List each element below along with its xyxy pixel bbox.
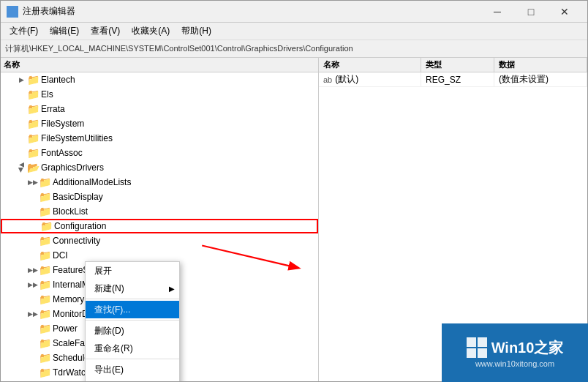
item-label: FontAssoc	[41, 148, 83, 158]
main-window: 注册表编辑器 ─ □ ✕ 文件(F) 编辑(E) 查看(V) 收藏夹(A) 帮助…	[0, 0, 588, 382]
submenu-arrow-icon: ▶	[169, 285, 175, 293]
menu-help[interactable]: 帮助(H)	[176, 23, 217, 39]
svg-rect-0	[8, 7, 12, 11]
col-header-data[interactable]: 数据	[494, 58, 587, 72]
item-label: Connectivity	[53, 236, 100, 246]
folder-icon: 📁	[39, 206, 50, 217]
tree-item-filesystemutilities[interactable]: 📁 FileSystemUtilities	[1, 131, 318, 146]
tree-item-blocklist[interactable]: 📁 BlockList	[1, 204, 318, 219]
toggle-icon: ▶	[27, 176, 39, 188]
tree-item-connectivity[interactable]: 📁 Connectivity	[1, 233, 318, 248]
tree-item-additionalmodelists[interactable]: ▶ 📁 AdditionalModeLists	[1, 175, 318, 190]
item-label: FileSystemUtilities	[41, 133, 113, 143]
menu-bar: 文件(F) 编辑(E) 查看(V) 收藏夹(A) 帮助(H)	[1, 23, 587, 40]
watermark: Win10之家 www.win10xitong.com	[442, 323, 588, 382]
tree-item-graphicsdrivers[interactable]: ▶ 📂 GraphicsDrivers	[1, 160, 318, 175]
item-label: Power	[53, 323, 78, 334]
reg-name: ab (默认)	[319, 72, 421, 86]
folder-icon: 📁	[39, 177, 50, 187]
col-header-type[interactable]: 类型	[421, 58, 494, 72]
tree-item-errata[interactable]: 📁 Errata	[1, 102, 318, 116]
folder-icon: 📁	[27, 133, 39, 143]
menu-view[interactable]: 查看(V)	[85, 23, 126, 39]
minimize-button[interactable]: ─	[480, 1, 514, 23]
tree-item-elantech[interactable]: 📁 Elantech	[1, 72, 318, 87]
ctx-new[interactable]: 新建(N) ▶	[86, 280, 179, 297]
close-button[interactable]: ✕	[548, 1, 581, 23]
tree-item-basicdisplay[interactable]: 📁 BasicDisplay	[1, 190, 318, 204]
tree-pane: 名称 📁 Elantech 📁 Els 📁 Er	[1, 58, 319, 381]
folder-icon: 📁	[27, 75, 39, 85]
address-bar: 计算机\HKEY_LOCAL_MACHINE\SYSTEM\ControlSet…	[1, 40, 587, 58]
ctx-separator3	[86, 359, 179, 359]
folder-icon: 📁	[39, 323, 50, 334]
item-label: Configuration	[54, 221, 106, 231]
folder-icon: 📁	[27, 148, 39, 158]
col-header-name[interactable]: 名称	[319, 58, 421, 72]
folder-icon: 📁	[39, 338, 50, 348]
menu-favorites[interactable]: 收藏夹(A)	[126, 23, 176, 39]
watermark-subtitle: www.win10xitong.com	[475, 359, 554, 368]
item-label: Els	[41, 89, 53, 100]
ctx-rename[interactable]: 重命名(R)	[86, 340, 179, 357]
title-bar: 注册表编辑器 ─ □ ✕	[1, 1, 587, 23]
menu-file[interactable]: 文件(F)	[4, 23, 44, 39]
item-label: GraphicsDrivers	[41, 162, 104, 173]
item-label: DCI	[53, 250, 68, 261]
address-text: 计算机\HKEY_LOCAL_MACHINE\SYSTEM\ControlSet…	[5, 43, 353, 54]
maximize-button[interactable]: □	[514, 1, 548, 23]
context-menu: 展开 新建(N) ▶ 查找(F)... 删除(D) 重命名(R)	[85, 261, 180, 381]
item-label: BasicDisplay	[53, 192, 103, 202]
watermark-title: Win10之家	[467, 337, 564, 358]
svg-rect-1	[13, 7, 17, 11]
window-controls: ─ □ ✕	[480, 1, 581, 23]
reg-value: (数值未设置)	[494, 72, 587, 86]
toggle-icon: ▶	[27, 308, 39, 320]
folder-icon: 📁	[39, 236, 50, 246]
folder-icon: 📁	[39, 265, 50, 275]
folder-icon: 📁	[27, 89, 39, 100]
ctx-separator	[86, 299, 179, 299]
folder-icon: 📁	[40, 221, 52, 231]
item-label: FileSystem	[41, 119, 84, 129]
reg-row[interactable]: ab (默认) REG_SZ (数值未设置)	[319, 72, 587, 87]
folder-icon: 📁	[39, 309, 50, 319]
ctx-separator2	[86, 320, 179, 321]
toggle-icon: ▶	[15, 162, 27, 173]
toggle-icon: ▶	[27, 279, 39, 291]
ctx-permissions[interactable]: 权限(P)...	[86, 378, 179, 381]
ctx-expand[interactable]: 展开	[86, 262, 179, 280]
tree-item-configuration[interactable]: 📁 Configuration	[1, 219, 318, 233]
folder-icon: 📁	[27, 104, 39, 114]
tree-item-els[interactable]: 📁 Els	[1, 87, 318, 102]
folder-icon: 📁	[39, 367, 50, 378]
ctx-find[interactable]: 查找(F)...	[86, 301, 179, 318]
folder-icon: 📁	[39, 353, 50, 363]
toggle-icon: ▶	[27, 264, 39, 276]
tree-item-filesystem[interactable]: 📁 FileSystem	[1, 116, 318, 131]
svg-rect-3	[13, 12, 17, 16]
tree-header: 名称	[1, 58, 318, 72]
folder-icon: 📁	[39, 250, 50, 261]
ctx-delete[interactable]: 删除(D)	[86, 322, 179, 340]
folder-icon: 📁	[27, 119, 39, 129]
windows-logo-icon	[467, 337, 487, 358]
ctx-export[interactable]: 导出(E)	[86, 361, 179, 378]
folder-icon: 📁	[39, 280, 50, 290]
tree-item-fontassoc[interactable]: 📁 FontAssoc	[1, 146, 318, 160]
item-label: BlockList	[53, 206, 88, 217]
item-label: Elantech	[41, 75, 75, 85]
svg-rect-2	[8, 12, 12, 16]
window-title: 注册表编辑器	[23, 5, 480, 18]
folder-icon: 📂	[27, 162, 39, 173]
item-label: AdditionalModeLists	[53, 177, 131, 187]
reg-type: REG_SZ	[421, 72, 494, 86]
app-icon	[7, 6, 18, 18]
right-header: 名称 类型 数据	[319, 58, 587, 72]
item-label: Errata	[41, 104, 65, 114]
folder-icon: 📁	[39, 192, 50, 202]
menu-edit[interactable]: 编辑(E)	[44, 23, 85, 39]
folder-icon: 📁	[39, 294, 50, 304]
toggle-icon	[15, 74, 27, 86]
tree-item-dci[interactable]: 📁 DCI	[1, 248, 318, 263]
